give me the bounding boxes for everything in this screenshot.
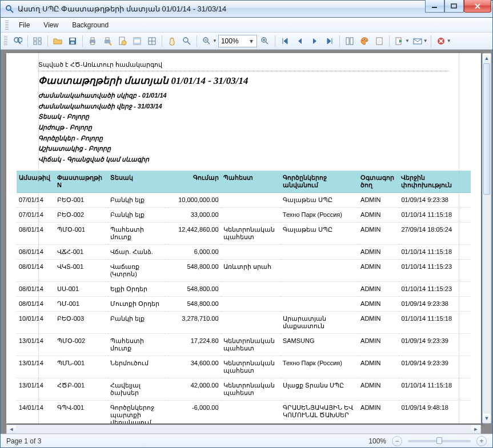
- cell-modified: 01/09/14 9:23:39: [399, 356, 471, 378]
- last-page-icon[interactable]: [323, 34, 336, 48]
- zoom-dropdown-icon[interactable]: ▾: [248, 37, 254, 45]
- zoom-slider-knob[interactable]: [436, 437, 442, 444]
- watermark-icon[interactable]: A: [372, 34, 386, 48]
- search-icon[interactable]: [11, 34, 25, 48]
- close-preview-icon[interactable]: [434, 34, 448, 48]
- col-modified: Վերջին փոփոխություն: [399, 171, 471, 193]
- zoom-combo[interactable]: 100% ▾: [218, 35, 257, 47]
- scroll-down-icon[interactable]: ▼: [483, 414, 491, 423]
- meta-line: Ժամանակահատվածի սկիզբ - 01/01/14: [38, 90, 449, 101]
- cell-type: Վաճառք (Կտրոն): [108, 259, 169, 281]
- maximize-button[interactable]: [444, 0, 464, 13]
- zoom-indicator: 100%: [368, 437, 386, 445]
- cell-type: Գործընկերոջ պարտքի վերանայում: [108, 400, 169, 423]
- zoom-out-icon[interactable]: [200, 34, 214, 48]
- menu-background[interactable]: Background: [66, 19, 114, 31]
- scroll-up-icon[interactable]: ▲: [483, 54, 491, 63]
- scroll-track[interactable]: [483, 63, 491, 413]
- scale-icon[interactable]: [145, 34, 159, 48]
- svg-line-35: [266, 42, 268, 44]
- zoom-slider[interactable]: [408, 440, 471, 442]
- cell-partner: [280, 281, 358, 296]
- cell-warehouse: [221, 296, 280, 311]
- header-footer-icon[interactable]: [130, 34, 144, 48]
- cell-docnum: ՎԿՏ-001: [55, 259, 108, 281]
- separator: [339, 35, 340, 47]
- table-row: 07/01/14ԲԵՕ-002Բանկի ելք33,000.00Техно П…: [17, 207, 471, 222]
- email-icon[interactable]: [411, 34, 424, 48]
- export-icon[interactable]: [392, 34, 406, 48]
- vertical-scrollbar[interactable]: ▲ ▼: [482, 53, 491, 423]
- cell-user: ADMIN: [358, 281, 399, 296]
- horizontal-scrollbar[interactable]: ◄ ►: [6, 425, 481, 434]
- col-partner: Գործընկերոջ անվանում: [280, 171, 358, 193]
- first-page-icon[interactable]: [278, 34, 292, 48]
- status-bar: Page 1 of 3 100% − +: [1, 434, 492, 447]
- cell-date: 08/01/14: [17, 281, 55, 296]
- cell-docnum: ԴՄ-001: [55, 296, 108, 311]
- cell-docnum: ԳՊՎ-001: [55, 400, 108, 423]
- open-icon[interactable]: [51, 34, 65, 48]
- separator: [275, 35, 275, 47]
- cell-amount: 3,278,710.00: [169, 311, 221, 333]
- page-canvas[interactable]: Տպված է ՀԾ-Առևտուր համակարգով Փաստաթղթեր…: [6, 53, 481, 423]
- next-page-icon[interactable]: [308, 34, 322, 48]
- zoom-out-button[interactable]: −: [392, 436, 402, 446]
- page-setup-icon[interactable]: [115, 34, 129, 48]
- meta-line: Արժույթ - Բոլորը: [38, 122, 449, 133]
- zoom-in-button[interactable]: +: [476, 436, 487, 446]
- cell-docnum: ՊՄՆ-001: [55, 356, 108, 378]
- cell-warehouse: [221, 400, 280, 423]
- cell-type: Բանկի ելք: [108, 207, 169, 222]
- svg-point-27: [183, 38, 188, 42]
- title-bar: Աստղ ՍՊԸ Փաստաթղթերի մատյան 01/01/14 - 3…: [1, 1, 492, 18]
- separator: [27, 35, 28, 47]
- col-docnum: Փաստաթղթի N: [55, 171, 108, 193]
- close-button[interactable]: [464, 0, 491, 13]
- minimize-button[interactable]: [425, 0, 444, 13]
- menu-view[interactable]: View: [38, 19, 64, 31]
- thumbnails-icon[interactable]: [31, 34, 45, 48]
- cell-warehouse: [221, 244, 280, 259]
- svg-point-8: [18, 38, 22, 42]
- cell-amount: 33,000.00: [169, 207, 221, 222]
- menubar-grip[interactable]: [5, 21, 9, 30]
- cell-date: 13/01/14: [17, 356, 55, 378]
- cell-user: ADMIN: [358, 356, 399, 378]
- magnifier-icon[interactable]: [180, 34, 194, 48]
- color-icon[interactable]: [358, 34, 371, 48]
- prev-page-icon[interactable]: [293, 34, 307, 48]
- cell-partner: Техно Парк (Россия): [280, 207, 358, 222]
- toolbar-grip[interactable]: [4, 36, 7, 46]
- svg-rect-10: [38, 38, 41, 41]
- zoom-in-icon[interactable]: [258, 34, 272, 48]
- cell-type: Պահեստի մուտք: [108, 333, 169, 356]
- cell-amount: 548,800.00: [169, 296, 221, 311]
- scroll-thumb[interactable]: [483, 63, 490, 195]
- save-icon[interactable]: [66, 34, 79, 48]
- print-icon[interactable]: [86, 34, 99, 48]
- cell-partner: [280, 259, 358, 281]
- cell-amount: 10,000,000.00: [169, 192, 221, 207]
- scroll-right-icon[interactable]: ►: [471, 425, 480, 433]
- cell-warehouse: [221, 311, 280, 333]
- table-row: 13/01/14ՀԾԲ-001Հավելյալ ծախսեր42,000.00Կ…: [17, 378, 471, 400]
- svg-rect-17: [91, 38, 94, 40]
- cell-warehouse: Կենտրոնական պահեստ: [221, 333, 280, 356]
- app-icon: [5, 5, 14, 14]
- quick-print-icon[interactable]: [101, 34, 114, 48]
- cell-docnum: ՊՄՕ-002: [55, 333, 108, 356]
- cell-date: 08/01/14: [17, 222, 55, 244]
- menu-file[interactable]: File: [13, 19, 35, 31]
- meta-line: Աշխատակից - Բոլորը: [38, 143, 449, 154]
- scroll-left-icon[interactable]: ◄: [7, 425, 16, 433]
- svg-point-0: [6, 6, 11, 10]
- doc-title: Փաստաթղթերի մատյան 01/01/14 - 31/03/14: [38, 75, 449, 87]
- multipage-icon[interactable]: [343, 34, 356, 48]
- cell-user: ADMIN: [358, 192, 399, 207]
- cell-warehouse: Կենտրոնական պահեստ: [221, 222, 280, 244]
- separator: [82, 35, 83, 47]
- hand-tool-icon[interactable]: [165, 34, 179, 48]
- cell-date: 07/01/14: [17, 207, 55, 222]
- cell-date: 10/01/14: [17, 311, 55, 333]
